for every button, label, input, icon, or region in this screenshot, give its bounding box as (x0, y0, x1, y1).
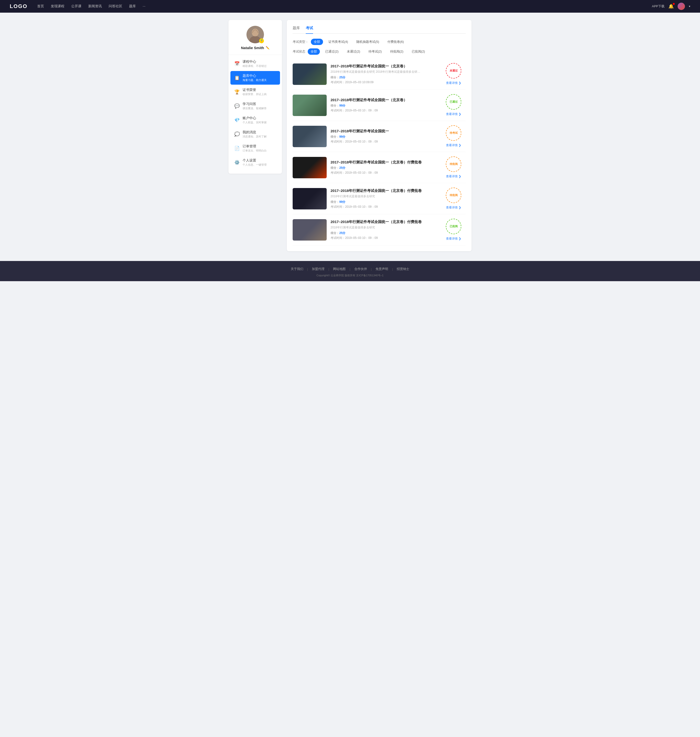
exam-title: 2017–2018年行测证件考试全国统一（北京卷） (331, 98, 437, 102)
menu-icon: 💭 (234, 131, 240, 137)
content-tab[interactable]: 考试 (306, 26, 313, 33)
nav-item[interactable]: ··· (143, 4, 146, 9)
sidebar-menu-item[interactable]: 💭 我的消息 消息通知、及时了解 (231, 127, 280, 141)
exam-detail-link[interactable]: 查看详情 ❯ (446, 81, 461, 85)
main-layout: 🏅 Natalie Smith ✏️ 📅 课程中心 精彩课程、不容错过 📋 题库… (228, 13, 472, 261)
footer-link[interactable]: 加盟代理 (308, 267, 328, 271)
exam-info: 2017–2018年行测证件考试全国统一（北京卷） 2018年行测考试是最值得多… (331, 64, 437, 84)
filter-status-tag[interactable]: 已批阅(2) (409, 49, 428, 55)
nav-item[interactable]: 新闻资讯 (88, 4, 102, 9)
menu-text: 题库中心 海量习题、助力通关 (243, 74, 267, 82)
nav-item[interactable]: 问答社区 (109, 4, 122, 9)
exam-detail-link[interactable]: 查看详情 ❯ (446, 112, 461, 116)
menu-subtitle: 收获荣誉、持证上岗 (243, 93, 267, 96)
exam-info: 2017–2018年行测证件考试全国统一（北京卷） 得分：99分 考试时间：20… (331, 98, 437, 113)
filter-type-tag[interactable]: 全部 (311, 39, 323, 45)
nav-item[interactable]: 首页 (37, 4, 44, 9)
filter-type-label: 考试类型： (293, 40, 309, 44)
exam-info: 2017–2018年行测证件考试全国统一 得分：99分 考试时间：2019–05… (331, 129, 437, 144)
filter-status-tag[interactable]: 未通过(2) (344, 49, 363, 55)
menu-icon: 📄 (234, 146, 240, 151)
exam-status-stamp: 待批阅 (446, 156, 461, 172)
footer-link[interactable]: 合作伙伴 (350, 267, 371, 271)
exam-score-value: 25分 (339, 231, 346, 235)
menu-subtitle: 个人信息、一键管理 (243, 163, 267, 167)
sidebar-menu-item[interactable]: 💬 学习问答 课后重温、疑难解答 (231, 99, 280, 113)
content-area: 题库考试 考试类型：全部证书类考试(4)随机抽题考试(5)付费批卷(6) 考试状… (287, 20, 472, 251)
nav-item[interactable]: 题库 (129, 4, 136, 9)
exam-info: 2017–2018年行测证件考试全国统一（北京卷）付费批卷 得分：25分 考试时… (331, 160, 437, 175)
exam-detail-link[interactable]: 查看详情 ❯ (446, 237, 461, 241)
app-download-link[interactable]: APP下载 (652, 4, 665, 9)
exam-score: 得分：99分 (331, 104, 437, 108)
sidebar-menu-item[interactable]: ⚙️ 个人设置 个人信息、一键管理 (231, 156, 280, 169)
filter-type-tag[interactable]: 随机抽题考试(5) (353, 39, 382, 45)
filter-type-tag[interactable]: 证书类考试(4) (325, 39, 351, 45)
username-text: Natalie Smith (241, 46, 264, 50)
sidebar-menu-item[interactable]: 📄 订单管理 订单支出、明明白白 (231, 142, 280, 155)
filter-status-tag[interactable]: 待批阅(2) (387, 49, 406, 55)
menu-text: 我的消息 消息通知、及时了解 (243, 130, 267, 139)
menu-title: 我的消息 (243, 130, 267, 134)
footer-link[interactable]: 招贤纳士 (393, 267, 413, 271)
exam-right: 已通过 查看详情 ❯ (441, 94, 466, 116)
user-avatar[interactable] (678, 3, 685, 10)
footer: 关于我们|加盟代理|网站地图|合作伙伴|免责声明|招贤纳士 Copyright©… (0, 261, 700, 281)
exam-list: 2017–2018年行测证件考试全国统一（北京卷） 2018年行测考试是最值得多… (293, 59, 466, 245)
exam-detail-link[interactable]: 查看详情 ❯ (446, 206, 461, 210)
footer-links: 关于我们|加盟代理|网站地图|合作伙伴|免责声明|招贤纳士 (0, 267, 700, 271)
header-right: APP下载 🔔 ▾ (652, 3, 690, 10)
menu-title: 题库中心 (243, 74, 267, 78)
exam-item: 2017–2018年行测证件考试全国统一（北京卷） 2018年行测考试是最值得多… (293, 59, 466, 90)
sidebar-menu-item[interactable]: 📅 课程中心 精彩课程、不容错过 (231, 57, 280, 71)
sidebar-menu-item[interactable]: 📋 题库中心 海量习题、助力通关 (231, 71, 280, 85)
filter-status-tag[interactable]: 全部 (308, 49, 320, 55)
exam-score: 得分：25分 (331, 231, 437, 235)
exam-score: 得分：25分 (331, 166, 437, 170)
exam-thumbnail (293, 94, 326, 116)
exam-info: 2017–2018年行测证件考试全国统一（北京卷）付费批卷 2018年行测考试是… (331, 220, 437, 240)
exam-thumbnail (293, 63, 326, 85)
sidebar-menu-item[interactable]: 🏆 证书荣誉 收获荣誉、持证上岗 (231, 85, 280, 99)
exam-status-stamp: 待考试 (446, 125, 461, 141)
exam-detail-link[interactable]: 查看详情 ❯ (446, 143, 461, 147)
nav-item[interactable]: 公开课 (71, 4, 81, 9)
footer-link[interactable]: 网站地图 (329, 267, 350, 271)
footer-link[interactable]: 关于我们 (287, 267, 307, 271)
menu-text: 个人设置 个人信息、一键管理 (243, 158, 267, 167)
menu-text: 证书荣誉 收获荣誉、持证上岗 (243, 88, 267, 96)
exam-desc: 2018年行测考试是最值得多去研究 (331, 195, 423, 199)
content-tab[interactable]: 题库 (293, 26, 300, 33)
exam-thumbnail (293, 219, 326, 240)
notification-bell[interactable]: 🔔 (668, 4, 674, 9)
menu-subtitle: 课后重温、疑难解答 (243, 106, 267, 110)
menu-text: 订单管理 订单支出、明明白白 (243, 144, 267, 152)
filter-type-tag[interactable]: 付费批卷(6) (384, 39, 407, 45)
exam-time: 考试时间：2019–05–03 10：09：09 (331, 140, 437, 144)
filter-status-tag[interactable]: 待考试(2) (366, 49, 385, 55)
menu-icon: 🏆 (234, 89, 240, 94)
exam-score-value: 25分 (339, 166, 346, 170)
exam-detail-link[interactable]: 查看详情 ❯ (446, 174, 461, 178)
edit-profile-icon[interactable]: ✏️ (266, 46, 269, 50)
exam-status-stamp: 已批阅 (446, 219, 461, 234)
exam-score-value: 99分 (339, 104, 346, 107)
exam-score: 得分：99分 (331, 135, 437, 139)
exam-time: 考试时间：2019–05–03 10：09：09 (331, 236, 437, 240)
sidebar-menu-item[interactable]: 💎 账户中心 个人权益、实时掌握 (231, 113, 280, 127)
menu-icon: 📋 (234, 75, 240, 81)
exam-score-value: 99分 (339, 200, 346, 203)
menu-title: 账户中心 (243, 116, 267, 120)
exam-right: 待批阅 查看详情 ❯ (441, 156, 466, 178)
user-dropdown-arrow[interactable]: ▾ (689, 4, 690, 8)
filter-status-tag[interactable]: 已通过(2) (322, 49, 341, 55)
exam-title: 2017–2018年行测证件考试全国统一 (331, 129, 437, 134)
nav-item[interactable]: 发现课程 (51, 4, 65, 9)
exam-score: 得分：25分 (331, 75, 437, 80)
exam-item: 2017–2018年行测证件考试全国统一（北京卷） 得分：99分 考试时间：20… (293, 90, 466, 121)
exam-info: 2017–2018年行测证件考试全国统一（北京卷）付费批卷 2018年行测考试是… (331, 189, 437, 209)
exam-desc: 2018年行测考试是最值得多去研究 (331, 226, 423, 230)
menu-icon: 💬 (234, 103, 240, 109)
footer-link[interactable]: 免责声明 (372, 267, 392, 271)
exam-title: 2017–2018年行测证件考试全国统一（北京卷）付费批卷 (331, 160, 437, 165)
